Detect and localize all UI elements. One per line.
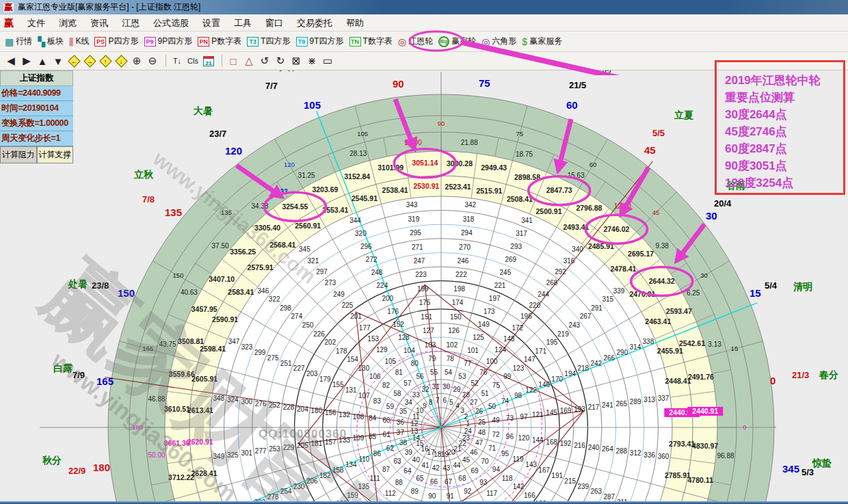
toolbar-9P四方形[interactable]: P99P四方形 xyxy=(142,34,195,49)
delete-box-icon[interactable]: ⊠ xyxy=(289,54,303,68)
svg-text:75: 75 xyxy=(516,130,524,137)
toolbar-T数字表[interactable]: TNT数字表 xyxy=(347,34,395,49)
menu-7[interactable]: 窗口 xyxy=(259,16,290,29)
svg-text:319: 319 xyxy=(408,215,420,223)
svg-text:54: 54 xyxy=(445,369,453,376)
svg-text:2605.91: 2605.91 xyxy=(191,375,217,383)
menu-9[interactable]: 帮助 xyxy=(339,16,371,29)
svg-text:191: 191 xyxy=(551,472,563,479)
menu-5[interactable]: 设置 xyxy=(196,16,227,29)
toolbar-P数字表[interactable]: PNP数字表 xyxy=(196,34,243,49)
toolbar-板块[interactable]: ▚板块 xyxy=(36,34,66,49)
rotate-ccw-icon[interactable]: ↺ xyxy=(258,54,271,68)
toolbar-T四方形[interactable]: T3T四方形 xyxy=(245,34,292,49)
svg-text:172: 172 xyxy=(512,324,523,332)
svg-text:158: 158 xyxy=(332,466,344,474)
svg-text:84: 84 xyxy=(369,414,377,422)
annotation-box: 2019年江恩轮中轮重要点位测算30度2644点45度2746点60度2847点… xyxy=(715,60,845,195)
triangle-tool-icon[interactable]: △ xyxy=(242,54,256,68)
svg-text:337: 337 xyxy=(658,395,670,402)
svg-text:100: 100 xyxy=(486,358,498,365)
menu-3[interactable]: 江恩 xyxy=(115,16,146,29)
menu-4[interactable]: 公式选股 xyxy=(146,16,196,29)
calc-support-button[interactable]: 计算支撑 xyxy=(37,146,74,163)
svg-text:297: 297 xyxy=(316,268,328,276)
menu-2[interactable]: 资讯 xyxy=(83,16,115,29)
svg-text:28: 28 xyxy=(462,391,471,399)
svg-text:82: 82 xyxy=(382,382,390,389)
toolbar-六角形[interactable]: ◎六角形 xyxy=(479,34,518,49)
zoom-out-icon[interactable]: ⊖ xyxy=(146,54,159,68)
up-icon[interactable]: ▲ xyxy=(36,54,49,68)
svg-text:121: 121 xyxy=(532,411,544,419)
toolbar-label: T数字表 xyxy=(363,36,393,47)
svg-text:127: 127 xyxy=(423,327,434,334)
svg-text:57: 57 xyxy=(403,380,412,387)
menu-6[interactable]: 工具 xyxy=(227,16,259,29)
zoom-in-icon[interactable]: ⊕ xyxy=(130,54,144,68)
toolbar-赢家轮[interactable]: Big赢家轮 xyxy=(436,34,478,49)
toolbar-label: 行情 xyxy=(16,36,32,47)
svg-text:134: 134 xyxy=(345,461,357,468)
svg-text:226: 226 xyxy=(313,330,325,338)
svg-text:2530.91: 2530.91 xyxy=(413,182,439,190)
cls-button[interactable]: Cls xyxy=(186,54,200,68)
down-icon[interactable]: ▼ xyxy=(51,54,65,68)
svg-text:5/5: 5/5 xyxy=(652,128,665,138)
svg-text:240: 240 xyxy=(588,444,600,451)
svg-text:349: 349 xyxy=(213,453,225,460)
toolbar-label: 板块 xyxy=(47,36,64,47)
svg-text:274: 274 xyxy=(291,313,303,320)
toolbar-P四方形[interactable]: PSP四方形 xyxy=(92,34,140,49)
info-row-0: 价格=2440.9099 xyxy=(0,86,73,101)
menu-0[interactable]: 文件 xyxy=(21,16,52,29)
svg-text:228: 228 xyxy=(283,403,295,411)
svg-text:2644.32: 2644.32 xyxy=(649,277,675,285)
svg-text:88: 88 xyxy=(395,479,403,486)
toolbar-9T四方形[interactable]: T99T四方形 xyxy=(294,34,346,49)
prev-icon[interactable]: ◀ xyxy=(4,54,18,68)
svg-text:252: 252 xyxy=(269,401,280,409)
next-icon[interactable]: ▶ xyxy=(20,54,34,68)
expand-icon[interactable]: ⋇ xyxy=(305,54,319,68)
pan-down-icon[interactable]: ↓ xyxy=(114,54,128,68)
svg-text:3152.84: 3152.84 xyxy=(344,172,370,181)
pan-left-icon[interactable]: ← xyxy=(67,54,81,68)
toolbar-江恩轮[interactable]: ◎江恩轮 xyxy=(396,34,435,49)
square-tool-icon[interactable]: □ xyxy=(226,54,240,68)
svg-text:96: 96 xyxy=(506,433,514,440)
svg-text:60: 60 xyxy=(382,416,390,424)
svg-text:126: 126 xyxy=(448,327,460,334)
svg-text:152: 152 xyxy=(393,321,404,328)
toolbar-label: P四方形 xyxy=(108,36,138,47)
svg-text:288: 288 xyxy=(615,447,627,455)
calendar-icon[interactable]: 21 xyxy=(202,54,215,68)
window-bottom-border xyxy=(0,501,848,504)
menu-1[interactable]: 浏览 xyxy=(52,16,83,29)
svg-text:165: 165 xyxy=(96,375,114,387)
svg-text:192: 192 xyxy=(560,440,572,447)
pan-right-icon[interactable]: → xyxy=(83,54,96,68)
calc-resistance-button[interactable]: 计算阻力 xyxy=(0,146,37,163)
svg-text:120: 120 xyxy=(225,145,242,157)
menu-8[interactable]: 交易委托 xyxy=(290,16,339,29)
toolbar-赢家服务[interactable]: $赢家服务 xyxy=(520,34,564,49)
pan-up-icon[interactable]: ↑ xyxy=(98,54,112,68)
svg-text:2538.41: 2538.41 xyxy=(382,186,408,194)
svg-text:79: 79 xyxy=(428,355,436,362)
svg-text:3305.40: 3305.40 xyxy=(254,224,280,232)
rotate-cw-icon[interactable]: ↻ xyxy=(274,54,287,68)
toolbar-K线[interactable]: ⫼K线 xyxy=(67,34,91,49)
svg-text:46: 46 xyxy=(470,449,478,456)
svg-text:176: 176 xyxy=(387,308,399,315)
svg-text:55: 55 xyxy=(430,369,438,376)
svg-text:2560.91: 2560.91 xyxy=(295,222,321,230)
svg-text:5/3: 5/3 xyxy=(801,467,814,477)
svg-text:31: 31 xyxy=(432,383,440,390)
svg-text:301: 301 xyxy=(241,449,252,457)
sort-icon[interactable]: T↓ xyxy=(170,54,184,68)
screen-icon[interactable]: ▭ xyxy=(321,54,334,68)
svg-text:243: 243 xyxy=(568,321,580,329)
svg-text:41: 41 xyxy=(421,462,429,469)
toolbar-行情[interactable]: ▦行情 xyxy=(3,34,34,49)
